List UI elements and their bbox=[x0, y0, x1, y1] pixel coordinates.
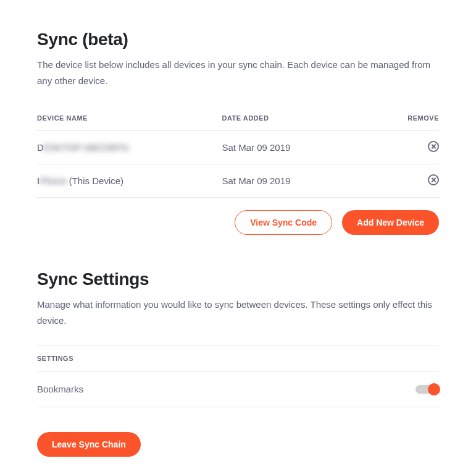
device-date-cell: Sat Mar 09 2019 bbox=[222, 131, 398, 164]
device-name-cell: IPhone (This Device) bbox=[37, 164, 222, 198]
device-table: DEVICE NAME DATE ADDED REMOVE DESKTOP-AB… bbox=[37, 106, 439, 198]
add-new-device-button[interactable]: Add New Device bbox=[342, 210, 439, 235]
settings-item-label: Bookmarks bbox=[37, 384, 83, 394]
view-sync-code-button[interactable]: View Sync Code bbox=[235, 210, 332, 235]
sync-title: Sync (beta) bbox=[37, 30, 439, 49]
leave-sync-chain-button[interactable]: Leave Sync Chain bbox=[37, 432, 141, 457]
col-header-device-name: DEVICE NAME bbox=[37, 106, 222, 131]
bookmarks-toggle[interactable] bbox=[415, 385, 439, 394]
col-header-date-added: DATE ADDED bbox=[222, 106, 398, 131]
settings-row-bookmarks: Bookmarks bbox=[37, 371, 439, 407]
sync-description: The device list below includes all devic… bbox=[37, 57, 439, 88]
device-action-row: View Sync Code Add New Device bbox=[37, 210, 439, 235]
device-row: DESKTOP-ABCDEFG Sat Mar 09 2019 bbox=[37, 131, 439, 164]
remove-device-icon[interactable] bbox=[428, 141, 439, 152]
remove-device-icon[interactable] bbox=[428, 174, 439, 185]
device-row: IPhone (This Device) Sat Mar 09 2019 bbox=[37, 164, 439, 198]
settings-description: Manage what information you would like t… bbox=[37, 297, 439, 328]
settings-title: Sync Settings bbox=[37, 269, 439, 289]
device-date-cell: Sat Mar 09 2019 bbox=[222, 164, 398, 198]
device-name-cell: DESKTOP-ABCDEFG bbox=[37, 131, 222, 164]
settings-column-header: SETTINGS bbox=[37, 345, 439, 371]
col-header-remove: REMOVE bbox=[399, 106, 439, 131]
